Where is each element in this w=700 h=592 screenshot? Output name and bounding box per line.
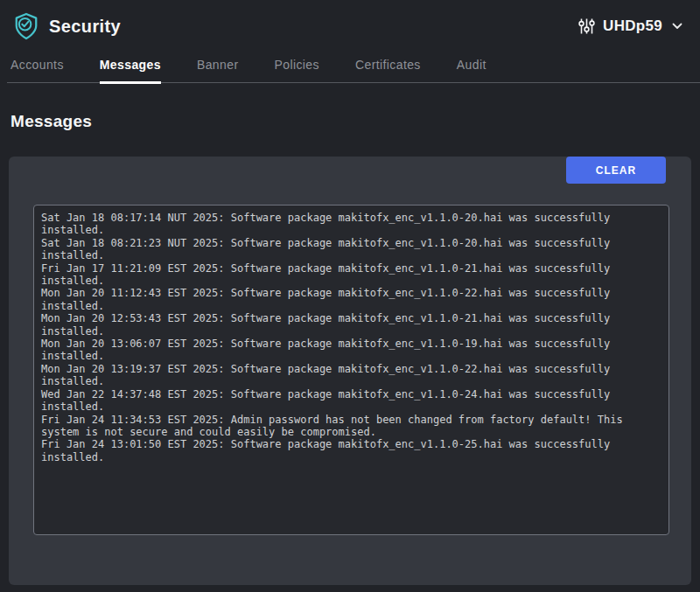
tab-banner[interactable]: Banner [197,52,239,82]
tab-certificates[interactable]: Certificates [355,52,421,82]
tab-audit[interactable]: Audit [457,52,486,82]
messages-log[interactable] [33,205,669,535]
sliders-icon [578,17,595,35]
page-title: Security [49,17,121,37]
tab-accounts[interactable]: Accounts [10,52,64,82]
tab-policies[interactable]: Policies [274,52,318,82]
clear-button[interactable]: CLEAR [566,157,666,184]
messages-panel: CLEAR [9,157,691,585]
device-selector-dropdown[interactable]: UHDp59 [578,17,682,35]
security-shield-icon [13,12,39,40]
device-name-label: UHDp59 [603,17,662,35]
tab-messages[interactable]: Messages [100,52,161,82]
section-heading: Messages [10,112,700,131]
app-header: Security UHDp59 [0,0,700,52]
chevron-down-icon [672,23,682,30]
tabs-bar: Accounts Messages Banner Policies Certif… [7,52,700,83]
